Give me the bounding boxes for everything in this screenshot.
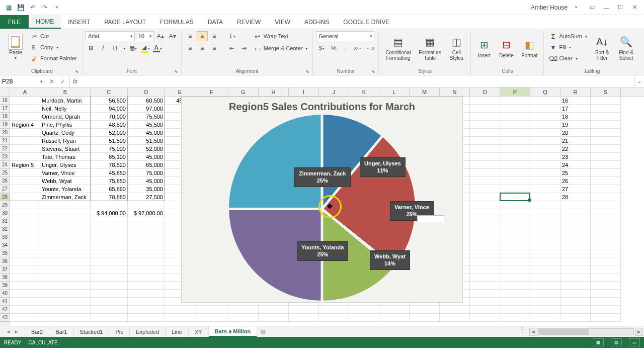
cell-Q19[interactable] xyxy=(530,121,560,129)
cell-D35[interactable] xyxy=(128,249,165,257)
wrap-text-button[interactable]: ↩Wrap Text xyxy=(252,31,310,41)
cell-B20[interactable]: Quartz, Cody xyxy=(40,129,91,137)
cell-Q24[interactable] xyxy=(530,161,560,169)
pie-plot-area[interactable]: Unger, Ulyses11%Varner, Vince25%Webb, Wy… xyxy=(229,115,415,301)
cell-P24[interactable] xyxy=(500,161,530,169)
cell-P42[interactable] xyxy=(500,306,530,314)
cell-P18[interactable] xyxy=(500,113,530,121)
cell-L43[interactable] xyxy=(379,314,410,322)
cell-P38[interactable] xyxy=(500,274,530,282)
border-button[interactable]: ▦▾ xyxy=(128,43,139,53)
cell-Q38[interactable] xyxy=(530,274,560,282)
cell-C17[interactable]: 94,000 xyxy=(91,105,128,113)
cell-C26[interactable]: 75,850 xyxy=(91,177,128,185)
cell-P26[interactable] xyxy=(500,177,530,185)
cell-S33[interactable] xyxy=(591,233,621,241)
cell-F42[interactable] xyxy=(195,306,228,314)
cell-R29[interactable] xyxy=(560,201,591,209)
col-header-P[interactable]: P xyxy=(500,87,530,96)
cell-H42[interactable] xyxy=(259,306,289,314)
cell-S27[interactable] xyxy=(591,185,621,193)
row-header-40[interactable]: 40 xyxy=(0,290,10,298)
cell-Q37[interactable] xyxy=(530,265,560,274)
cell-B34[interactable] xyxy=(40,241,91,249)
minimize-icon[interactable]: — xyxy=(600,3,613,13)
cell-A37[interactable] xyxy=(10,265,40,274)
cell-P41[interactable] xyxy=(500,298,530,306)
page-break-view-icon[interactable]: ▭ xyxy=(629,338,640,346)
cell-R18[interactable]: 18 xyxy=(560,113,591,121)
col-header-D[interactable]: D xyxy=(128,87,165,96)
sheet-next-icon[interactable]: ► xyxy=(14,329,19,334)
excel-icon[interactable]: ▦ xyxy=(3,2,14,13)
cell-R21[interactable]: 21 xyxy=(560,137,591,145)
tab-insert[interactable]: INSERT xyxy=(61,15,97,29)
row-header-20[interactable]: 20 xyxy=(0,129,10,137)
cell-R30[interactable] xyxy=(560,209,591,217)
cell-C30[interactable]: $ 94,000.00 xyxy=(91,209,128,217)
cell-styles-button[interactable]: ◫Cell Styles xyxy=(445,31,467,64)
sheet-tab-exploded[interactable]: Exploded xyxy=(130,326,166,337)
cell-R35[interactable] xyxy=(560,249,591,257)
cell-O22[interactable] xyxy=(470,145,500,153)
row-header-30[interactable]: 30 xyxy=(0,209,10,217)
cell-B43[interactable] xyxy=(40,314,91,322)
cell-O23[interactable] xyxy=(470,153,500,161)
cell-D39[interactable] xyxy=(128,282,165,290)
row-header-42[interactable]: 42 xyxy=(0,306,10,314)
cell-B32[interactable] xyxy=(40,225,91,233)
cell-M43[interactable] xyxy=(410,314,440,322)
cell-O41[interactable] xyxy=(470,298,500,306)
cell-O37[interactable] xyxy=(470,265,500,274)
conditional-formatting-button[interactable]: ▤Conditional Formatting xyxy=(382,31,414,64)
cell-S20[interactable] xyxy=(591,129,621,137)
cell-R33[interactable] xyxy=(560,233,591,241)
clipboard-launcher-icon[interactable]: ⬊ xyxy=(75,69,79,74)
user-name[interactable]: Amber House xyxy=(531,4,568,11)
pie-chart[interactable]: Region5 Sales Contributions for March Un… xyxy=(181,97,463,303)
cell-P32[interactable] xyxy=(500,225,530,233)
cell-Q31[interactable] xyxy=(530,217,560,225)
col-header-E[interactable]: E xyxy=(165,87,195,96)
cell-D31[interactable] xyxy=(128,217,165,225)
col-header-S[interactable]: S xyxy=(591,87,621,96)
name-box[interactable]: P28 xyxy=(0,75,45,87)
format-painter-button[interactable]: 🖌Format Painter xyxy=(28,53,79,63)
cell-A30[interactable] xyxy=(10,209,40,217)
row-header-22[interactable]: 22 xyxy=(0,145,10,153)
cell-B27[interactable]: Younts, Yolanda xyxy=(40,185,91,193)
cell-Q32[interactable] xyxy=(530,225,560,233)
cell-A19[interactable]: Region 4 xyxy=(10,121,40,129)
cell-C27[interactable]: 65,890 xyxy=(91,185,128,193)
fx-icon[interactable]: fx xyxy=(70,75,80,87)
cell-K42[interactable] xyxy=(349,306,379,314)
cell-B36[interactable] xyxy=(40,257,91,265)
col-header-L[interactable]: L xyxy=(379,87,410,96)
row-header-32[interactable]: 32 xyxy=(0,225,10,233)
cell-R27[interactable]: 27 xyxy=(560,185,591,193)
cell-A25[interactable] xyxy=(10,169,40,177)
row-header-29[interactable]: 29 xyxy=(0,201,10,209)
sheet-tab-bar1[interactable]: Bar1 xyxy=(49,326,73,337)
cell-I43[interactable] xyxy=(289,314,319,322)
cell-A35[interactable] xyxy=(10,249,40,257)
cell-Q41[interactable] xyxy=(530,298,560,306)
underline-dropdown-icon[interactable]: ▾ xyxy=(122,43,127,53)
cell-A18[interactable] xyxy=(10,113,40,121)
find-select-button[interactable]: 🔍Find & Select xyxy=(615,31,637,64)
row-header-24[interactable]: 24 xyxy=(0,161,10,169)
cell-C25[interactable]: 45,850 xyxy=(91,169,128,177)
cell-S37[interactable] xyxy=(591,265,621,274)
cell-D34[interactable] xyxy=(128,241,165,249)
cell-D26[interactable]: 45,000 xyxy=(128,177,165,185)
normal-view-icon[interactable]: ▦ xyxy=(593,338,604,346)
col-header-O[interactable]: O xyxy=(470,87,500,96)
cell-Q39[interactable] xyxy=(530,282,560,290)
cell-R37[interactable] xyxy=(560,265,591,274)
cell-H43[interactable] xyxy=(259,314,289,322)
cell-O36[interactable] xyxy=(470,257,500,265)
cell-D41[interactable] xyxy=(128,298,165,306)
cell-S30[interactable] xyxy=(591,209,621,217)
cell-D38[interactable] xyxy=(128,274,165,282)
merge-center-button[interactable]: ▭Merge & Center▾ xyxy=(252,43,310,53)
